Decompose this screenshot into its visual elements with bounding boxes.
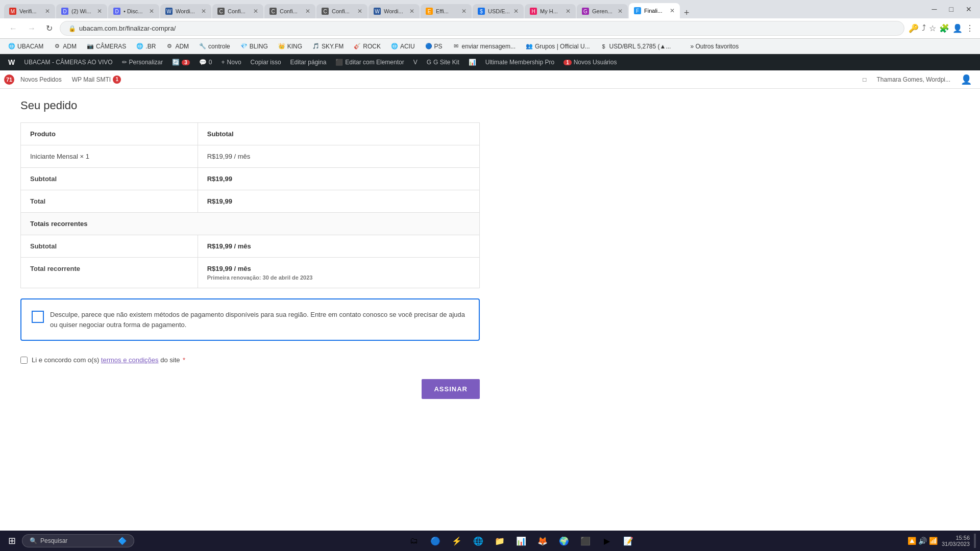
- copiar-text: Copiar isso: [251, 59, 281, 66]
- novos-pedidos-item[interactable]: Novos Pedidos: [16, 70, 66, 89]
- wp-ultimate-item[interactable]: Ultimate Membership Pro: [481, 54, 558, 70]
- bookmark-controle[interactable]: 🔧controle: [195, 42, 234, 51]
- bookmark-ubacam[interactable]: 🌐UBACAM: [4, 42, 47, 51]
- tab-close-ger[interactable]: ✕: [618, 8, 623, 15]
- tab-close-config2[interactable]: ✕: [305, 8, 310, 15]
- browser-tab-discord2[interactable]: D (2) Wi... ✕: [56, 4, 107, 18]
- bookmark-bling[interactable]: 💎BLING: [236, 42, 272, 51]
- wp-rank-item[interactable]: V: [409, 54, 422, 70]
- back-button[interactable]: ←: [6, 23, 20, 34]
- notes-app[interactable]: 📝: [619, 532, 638, 550]
- wp-novo-item[interactable]: + Novo: [217, 54, 246, 70]
- cortana-app[interactable]: 🔵: [426, 532, 445, 550]
- browser-tab-gmail[interactable]: M Verifi... ✕: [4, 4, 55, 18]
- tab-close-config1[interactable]: ✕: [253, 8, 258, 15]
- star-icon[interactable]: ☆: [929, 23, 936, 33]
- forward-button[interactable]: →: [24, 23, 39, 34]
- bookmark-king[interactable]: 👑KING: [274, 42, 306, 51]
- tab-close-config3[interactable]: ✕: [357, 8, 362, 15]
- show-desktop-button[interactable]: [974, 534, 976, 548]
- terms-checkbox[interactable]: [20, 357, 28, 364]
- chrome-app[interactable]: 🌐: [469, 532, 487, 550]
- share-icon[interactable]: ⤴: [922, 23, 926, 33]
- browser-tab-word1[interactable]: W Wordi... ✕: [160, 4, 211, 18]
- browser-tab-myh[interactable]: H My H... ✕: [525, 4, 576, 18]
- browser-tab-config2[interactable]: C Confi... ✕: [264, 4, 315, 18]
- start-button[interactable]: ⊞: [4, 533, 20, 548]
- tab-close-usd[interactable]: ✕: [513, 8, 519, 15]
- new-tab-button[interactable]: +: [681, 8, 693, 18]
- key-icon[interactable]: 🔑: [909, 23, 919, 33]
- wp-site-name-item[interactable]: UBACAM - CÂMERAS AO VIVO: [20, 54, 116, 70]
- tab-label-usd: USD/E...: [488, 8, 510, 14]
- minimize-button[interactable]: ─: [928, 4, 941, 14]
- terms-text: Li e concordo com o(s) termos e condiçõe…: [32, 356, 185, 364]
- bookmark-»outrosfavoritos[interactable]: » Outros favoritos: [677, 42, 743, 51]
- bookmark-adm[interactable]: ⚙ADM: [50, 42, 81, 51]
- menu-icon[interactable]: ⋮: [966, 23, 974, 33]
- bookmark-rock[interactable]: 🎸ROCK: [350, 42, 385, 51]
- wp-sitekit-item[interactable]: G G Site Kit: [423, 54, 463, 70]
- wp-editar-item[interactable]: Editar página: [286, 54, 331, 70]
- secondary-icon-1[interactable]: □: [859, 70, 870, 89]
- firefox-app[interactable]: 🦊: [533, 532, 552, 550]
- subscribe-button[interactable]: ASSINAR: [422, 379, 480, 399]
- novos-badge: 1: [564, 60, 572, 65]
- extensions-icon[interactable]: 🧩: [939, 23, 949, 33]
- file-explorer-app[interactable]: 🗂: [405, 532, 423, 550]
- url-bar[interactable]: 🔒 ubacam.com.br/finalizar-compra/: [60, 21, 904, 36]
- bookmark-favicon: $: [600, 43, 607, 49]
- wp-mail-item[interactable]: WP Mail SMTI 1: [68, 70, 125, 89]
- bookmark-ps[interactable]: 🔵PS: [421, 42, 447, 51]
- wp-personalizar-item[interactable]: ✏ Personalizar: [118, 54, 167, 70]
- close-button[interactable]: ✕: [962, 4, 976, 14]
- bookmark-aciu[interactable]: 🌐ACIU: [387, 42, 419, 51]
- tab-close-word2[interactable]: ✕: [409, 8, 414, 15]
- profile-icon[interactable]: 👤: [952, 23, 963, 33]
- bookmark-câmeras[interactable]: 📷CÂMERAS: [83, 42, 130, 51]
- wp-copiar-item[interactable]: Copiar isso: [247, 54, 285, 70]
- browser-tab-usd[interactable]: $ USD/E... ✕: [473, 4, 524, 18]
- bookmark-usd/brl5,2785(▲...[interactable]: $USD/BRL 5,2785 (▲...: [596, 42, 675, 51]
- user-name-item[interactable]: Thamara Gomes, Wordpi...: [873, 70, 955, 89]
- browser-tab-ger[interactable]: G Geren... ✕: [577, 4, 628, 18]
- taskbar-search[interactable]: 🔍 Pesquisar 🔷: [22, 534, 134, 547]
- wp-novos-item[interactable]: 1 Novos Usuários: [559, 54, 621, 70]
- bookmark-label: » Outros favoritos: [690, 43, 739, 50]
- bookmark-enviarmensagem...[interactable]: ✉enviar mensagem...: [449, 42, 520, 51]
- terms-link[interactable]: termos e condições: [101, 356, 159, 364]
- tab-close-gmail[interactable]: ✕: [45, 8, 50, 15]
- bookmark-grupos|officialu...[interactable]: 👥Grupos | Official U...: [522, 42, 594, 51]
- wp-logo-item[interactable]: W: [4, 54, 19, 70]
- bookmark-adm[interactable]: ⚙ADM: [162, 42, 193, 51]
- maximize-button[interactable]: □: [945, 4, 958, 14]
- tab-close-myh[interactable]: ✕: [566, 8, 571, 15]
- avatar-item[interactable]: 👤: [957, 70, 976, 89]
- browser-tab-eff[interactable]: E Effi... ✕: [421, 4, 472, 18]
- bookmark-.br[interactable]: 🌐.BR: [132, 42, 160, 51]
- tab-close-eff[interactable]: ✕: [461, 8, 467, 15]
- wp-elementor-item[interactable]: ⬛ Editar com Elementor: [331, 54, 408, 70]
- browser-tab-discord[interactable]: D • Disc... ✕: [108, 4, 159, 18]
- media-app[interactable]: ▶: [598, 532, 616, 550]
- tab-close-discord2[interactable]: ✕: [97, 8, 102, 15]
- browser-tab-config3[interactable]: C Confi... ✕: [316, 4, 368, 18]
- wp-comments-item[interactable]: 💬 0: [195, 54, 216, 70]
- bookmark-label: USD/BRL 5,2785 (▲...: [609, 43, 671, 50]
- tab-close-word1[interactable]: ✕: [201, 8, 206, 15]
- wp-chart-item[interactable]: 📊: [464, 54, 480, 70]
- browser-tab-config1[interactable]: C Confi... ✕: [212, 4, 263, 18]
- browser-app[interactable]: 🌍: [555, 532, 573, 550]
- wp-updates-item[interactable]: 🔄 3: [168, 54, 194, 70]
- reload-button[interactable]: ↻: [43, 22, 56, 34]
- chart-app[interactable]: 📊: [512, 532, 530, 550]
- terminal-app[interactable]: ⬛: [576, 532, 595, 550]
- browser-tab-word2[interactable]: W Wordi... ✕: [369, 4, 420, 18]
- folder-app[interactable]: 📁: [491, 532, 509, 550]
- editor-app[interactable]: ⚡: [448, 532, 466, 550]
- tab-close-discord[interactable]: ✕: [149, 8, 154, 15]
- tab-close-fin[interactable]: ✕: [670, 7, 675, 14]
- bookmark-sky.fm[interactable]: 🎵SKY.FM: [308, 42, 348, 51]
- browser-tab-fin[interactable]: F Finali... ✕: [629, 3, 680, 18]
- tab-label-discord: • Disc...: [124, 8, 146, 14]
